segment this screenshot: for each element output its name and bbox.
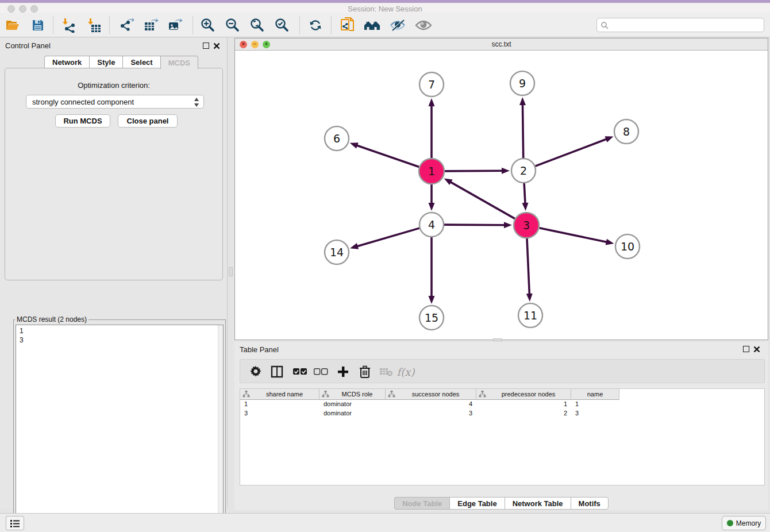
control-panel: Control Panel Network Style Select MCDS …	[0, 37, 228, 508]
tab-network[interactable]: Network	[44, 56, 89, 68]
cell-successor-nodes[interactable]: 3	[386, 409, 476, 418]
optimization-criterion-label: Optimization criterion:	[5, 81, 222, 90]
memory-label: Memory	[736, 519, 761, 527]
show-eye-icon[interactable]	[414, 16, 433, 34]
mcds-tab-panel: Optimization criterion: strongly connect…	[5, 68, 223, 280]
edge-arrowhead	[350, 243, 359, 249]
cell-predecessor-nodes[interactable]: 1	[476, 400, 571, 409]
horizontal-splitter-handle[interactable]	[493, 338, 502, 341]
table-settings-gear-icon[interactable]	[247, 363, 265, 381]
open-session-icon[interactable]	[3, 16, 22, 34]
delete-row-trash-icon[interactable]	[356, 363, 374, 381]
hierarchy-icon	[322, 391, 329, 398]
cell-name[interactable]: 3	[571, 409, 619, 418]
edge-4-3[interactable]	[444, 225, 505, 225]
select-all-columns-icon[interactable]	[291, 363, 309, 381]
list-icon	[10, 519, 20, 528]
mcds-result-scrollbar[interactable]	[218, 325, 223, 531]
edge-3-11[interactable]	[527, 238, 529, 295]
task-history-button[interactable]	[6, 516, 24, 530]
criterion-dropdown[interactable]: strongly connected component	[26, 95, 204, 109]
edge-1-6[interactable]	[356, 145, 419, 167]
column-header-name[interactable]: name	[571, 389, 619, 400]
edge-3-10[interactable]	[540, 228, 607, 242]
network-window-titlebar[interactable]: × − + scc.txt	[235, 38, 768, 51]
column-header-predecessor-nodes[interactable]: predecessor nodes	[476, 389, 571, 400]
zoom-fit-icon[interactable]	[248, 16, 267, 34]
hide-style-icon[interactable]	[388, 16, 407, 34]
export-network-icon[interactable]	[117, 16, 136, 34]
network-window-title: scc.txt	[235, 40, 768, 48]
node-table: shared name MCDS role successor nodes pr…	[240, 388, 765, 485]
cell-name[interactable]: 1	[571, 400, 619, 409]
hierarchy-icon	[242, 391, 250, 398]
export-table-icon[interactable]	[141, 16, 161, 34]
deselect-all-columns-icon[interactable]	[311, 363, 330, 381]
apply-layout-icon[interactable]	[306, 16, 325, 34]
column-header-successor-nodes[interactable]: successor nodes	[386, 389, 476, 400]
cell-mcds-role[interactable]: dominator	[319, 409, 386, 418]
vertical-splitter-handle[interactable]	[229, 267, 233, 276]
edge-arrowhead	[504, 222, 512, 228]
edge-arrowhead	[606, 239, 614, 245]
mcds-result-group: MCDS result (2 nodes) 1 3	[13, 315, 226, 532]
control-panel-title: Control Panel	[5, 41, 51, 50]
import-table-icon[interactable]	[84, 16, 104, 34]
memory-button[interactable]: Memory	[722, 516, 766, 530]
tab-mcds[interactable]: MCDS	[160, 56, 198, 69]
table-panel-close-icon[interactable]	[753, 346, 760, 353]
graph-node-label: 9	[519, 77, 526, 90]
search-input[interactable]	[609, 20, 764, 31]
cell-successor-nodes[interactable]: 4	[386, 400, 476, 409]
table-row: 1 dominator 4 1 1	[240, 400, 764, 409]
edge-arrowhead	[429, 98, 435, 106]
graph-node-label: 11	[523, 309, 537, 322]
cell-predecessor-nodes[interactable]: 2	[476, 409, 571, 418]
edge-arrowhead	[522, 203, 528, 211]
cell-shared-name[interactable]: 3	[240, 409, 319, 418]
tab-motifs[interactable]: Motifs	[571, 497, 609, 510]
export-image-icon[interactable]	[165, 16, 185, 34]
main-toolbar	[0, 13, 770, 37]
edge-2-8[interactable]	[536, 139, 607, 166]
home-icon[interactable]	[363, 16, 382, 34]
zoom-out-icon[interactable]	[223, 16, 242, 34]
tab-select[interactable]: Select	[122, 56, 160, 68]
cell-mcds-role[interactable]: dominator	[319, 400, 386, 409]
mcds-result-line: 3	[20, 336, 220, 345]
edge-2-3[interactable]	[524, 183, 525, 204]
edge-1-2[interactable]	[445, 171, 503, 171]
edge-2-9[interactable]	[522, 104, 523, 158]
network-canvas[interactable]: 7968124314101511	[235, 51, 768, 340]
cell-shared-name[interactable]: 1	[240, 400, 319, 409]
zoom-selected-icon[interactable]	[272, 16, 292, 34]
edge-4-14[interactable]	[357, 228, 419, 246]
graph-node-label: 6	[333, 132, 340, 145]
tab-node-table[interactable]: Node Table	[394, 497, 449, 510]
tab-network-table[interactable]: Network Table	[505, 497, 571, 510]
table-row: 3 dominator 3 2 3	[240, 409, 764, 418]
add-row-icon[interactable]	[334, 363, 352, 381]
close-panel-button[interactable]: Close panel	[118, 114, 178, 128]
edge-arrowhead	[526, 294, 533, 302]
save-session-icon[interactable]	[28, 16, 48, 34]
network-view-window: × − + scc.txt 7968124314101511	[234, 38, 768, 340]
table-panel-float-icon[interactable]	[743, 346, 749, 352]
clone-network-icon[interactable]	[338, 16, 357, 34]
show-column-panel-icon[interactable]	[268, 363, 286, 381]
column-header-mcds-role[interactable]: MCDS role	[319, 389, 386, 400]
edge-arrowhead	[429, 203, 435, 211]
table-panel-title: Table Panel	[240, 345, 279, 354]
mcds-result-list[interactable]: 1 3	[16, 325, 224, 532]
tab-style[interactable]: Style	[89, 56, 122, 68]
run-mcds-button[interactable]: Run MCDS	[55, 114, 110, 128]
edge-3-1[interactable]	[450, 182, 515, 218]
control-panel-float-icon[interactable]	[203, 43, 209, 49]
graph-node-label: 15	[425, 311, 438, 324]
graph-node-label: 4	[428, 218, 435, 231]
control-panel-close-icon[interactable]	[213, 43, 220, 49]
import-network-icon[interactable]	[59, 16, 79, 34]
column-header-shared-name[interactable]: shared name	[240, 389, 319, 400]
tab-edge-table[interactable]: Edge Table	[449, 497, 504, 510]
zoom-in-icon[interactable]	[198, 16, 218, 34]
